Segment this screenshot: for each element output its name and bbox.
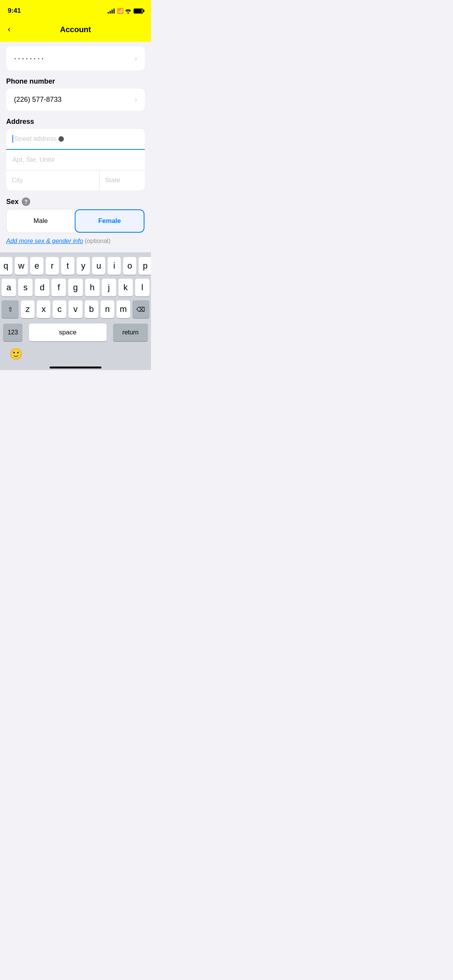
city-input[interactable] xyxy=(6,170,100,190)
key-x[interactable]: x xyxy=(37,300,50,318)
battery-icon xyxy=(134,9,143,14)
wifi-icon: 📶 xyxy=(117,8,131,14)
phone-chevron-icon: › xyxy=(135,96,137,104)
text-cursor xyxy=(12,135,13,143)
key-a[interactable]: a xyxy=(2,279,16,296)
state-input[interactable] xyxy=(100,170,145,190)
gender-info-link[interactable]: Add more sex & gender info xyxy=(6,238,83,244)
key-j[interactable]: j xyxy=(102,279,116,296)
male-button[interactable]: Male xyxy=(7,209,75,233)
keyboard-row-1: q w e r t y u i o p xyxy=(2,257,149,275)
svg-point-0 xyxy=(127,12,129,14)
keyboard-row-3: ⇧ z x c v b n m ⌫ xyxy=(2,300,149,318)
female-button[interactable]: Female xyxy=(75,209,144,233)
key-d[interactable]: d xyxy=(35,279,49,296)
keyboard: q w e r t y u i o p a s d f g h j k l ⇧ … xyxy=(0,252,151,343)
signal-icon xyxy=(108,8,115,14)
return-key[interactable]: return xyxy=(113,324,148,341)
cursor-handle xyxy=(58,136,64,142)
back-button[interactable]: ‹ xyxy=(8,24,10,34)
key-k[interactable]: k xyxy=(118,279,133,296)
keyboard-bottom-row: 123 space return xyxy=(2,322,149,341)
password-chevron-icon: › xyxy=(135,55,137,63)
key-i[interactable]: i xyxy=(108,257,121,275)
key-p[interactable]: p xyxy=(139,257,151,275)
key-o[interactable]: o xyxy=(123,257,136,275)
key-w[interactable]: w xyxy=(15,257,28,275)
password-row[interactable]: ········ › xyxy=(6,46,145,70)
sex-section-header: Sex ? xyxy=(0,190,151,209)
gender-optional-text: (optional) xyxy=(83,238,110,244)
key-u[interactable]: u xyxy=(92,257,105,275)
key-v[interactable]: v xyxy=(69,300,82,318)
key-y[interactable]: y xyxy=(77,257,90,275)
status-time: 9:41 xyxy=(8,7,21,15)
home-bar xyxy=(50,367,101,368)
key-e[interactable]: e xyxy=(30,257,43,275)
space-key[interactable]: space xyxy=(29,324,106,341)
key-c[interactable]: c xyxy=(53,300,66,318)
key-z[interactable]: z xyxy=(21,300,34,318)
keyboard-row-2: a s d f g h j k l xyxy=(2,279,149,296)
key-q[interactable]: q xyxy=(0,257,12,275)
address-section-label: Address xyxy=(0,111,151,129)
header: ‹ Account xyxy=(0,19,151,42)
phone-row[interactable]: (226) 577-8733 › xyxy=(6,89,145,111)
home-indicator xyxy=(0,363,151,370)
key-t[interactable]: t xyxy=(61,257,74,275)
gender-info-row: Add more sex & gender info (optional) xyxy=(0,233,151,249)
shift-key[interactable]: ⇧ xyxy=(2,300,19,318)
page-title: Account xyxy=(60,25,91,34)
sex-buttons-group: Male Female xyxy=(6,209,145,233)
numbers-key[interactable]: 123 xyxy=(3,324,22,341)
key-l[interactable]: l xyxy=(135,279,149,296)
key-b[interactable]: b xyxy=(85,300,98,318)
status-bar: 9:41 📶 xyxy=(0,0,151,19)
street-address-wrapper[interactable]: Street address xyxy=(6,129,145,150)
delete-key[interactable]: ⌫ xyxy=(132,300,149,318)
sex-label: Sex xyxy=(6,198,19,206)
key-m[interactable]: m xyxy=(117,300,130,318)
key-h[interactable]: h xyxy=(85,279,100,296)
city-state-zip-row xyxy=(6,170,145,190)
address-group: Street address xyxy=(6,129,145,190)
content-area: ········ › Phone number (226) 577-8733 ›… xyxy=(0,46,151,370)
status-icons: 📶 xyxy=(108,8,143,14)
key-s[interactable]: s xyxy=(18,279,33,296)
key-r[interactable]: r xyxy=(46,257,59,275)
phone-section-label: Phone number xyxy=(0,70,151,89)
key-n[interactable]: n xyxy=(101,300,114,318)
emoji-key[interactable]: 🙂 xyxy=(6,346,26,362)
street-address-placeholder: Street address xyxy=(14,135,57,143)
apt-input[interactable] xyxy=(6,150,145,170)
phone-value: (226) 577-8733 xyxy=(14,96,62,104)
sex-info-icon[interactable]: ? xyxy=(22,197,30,206)
key-f[interactable]: f xyxy=(51,279,66,296)
password-dots: ········ xyxy=(14,53,45,63)
key-g[interactable]: g xyxy=(68,279,82,296)
